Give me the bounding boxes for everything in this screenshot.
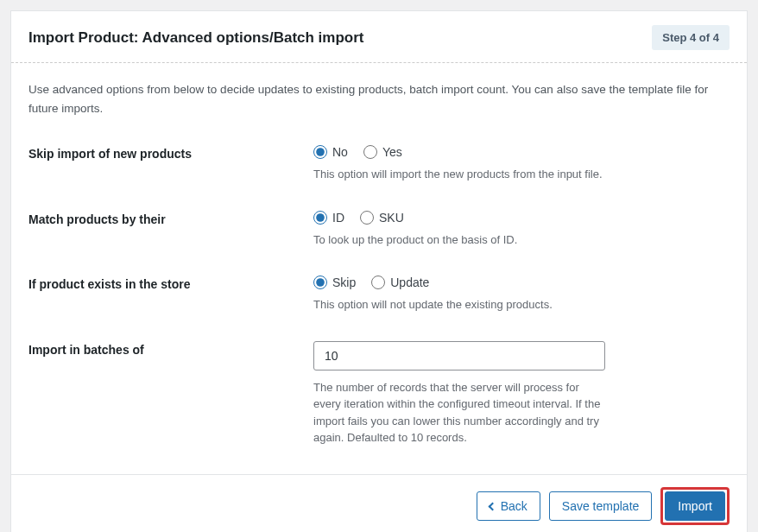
if-exists-control: Skip Update This option will not update … <box>313 276 730 314</box>
intro-text: Use advanced options from below to decid… <box>28 80 730 117</box>
skip-new-radio-yes[interactable]: Yes <box>363 145 402 159</box>
match-by-radio-id[interactable]: ID <box>313 211 344 225</box>
skip-new-radio-yes-input[interactable] <box>363 145 377 159</box>
save-template-button[interactable]: Save template <box>549 491 653 522</box>
field-batch: Import in batches of The number of recor… <box>28 341 730 446</box>
match-by-label: Match products by their <box>28 211 313 226</box>
skip-new-radio-group: No Yes <box>313 145 730 159</box>
batch-label: Import in batches of <box>28 341 313 357</box>
if-exists-radio-skip[interactable]: Skip <box>313 276 356 289</box>
if-exists-radio-update-input[interactable] <box>371 276 385 289</box>
match-by-radio-sku-input[interactable] <box>360 211 374 225</box>
batch-input[interactable] <box>313 341 605 370</box>
card-footer: Back Save template Import <box>11 474 747 532</box>
skip-new-radio-no[interactable]: No <box>313 145 348 159</box>
import-button-label: Import <box>678 499 712 514</box>
match-by-radio-id-label: ID <box>332 211 344 225</box>
field-if-exists: If product exists in the store Skip Upda… <box>28 276 730 314</box>
step-badge: Step 4 of 4 <box>652 25 730 50</box>
match-by-radio-group: ID SKU <box>313 211 730 225</box>
skip-new-label: Skip import of new products <box>28 145 313 161</box>
import-highlight: Import <box>660 487 730 526</box>
field-match-by: Match products by their ID SKU To look u… <box>28 211 730 249</box>
if-exists-radio-update-label: Update <box>390 276 429 289</box>
chevron-left-icon <box>488 502 496 510</box>
if-exists-radio-update[interactable]: Update <box>371 276 429 289</box>
match-by-radio-sku-label: SKU <box>379 211 404 225</box>
save-template-button-label: Save template <box>562 499 640 514</box>
import-wizard-card: Import Product: Advanced options/Batch i… <box>10 10 748 532</box>
card-body: Use advanced options from below to decid… <box>11 63 747 474</box>
if-exists-label: If product exists in the store <box>28 276 313 291</box>
match-by-radio-id-input[interactable] <box>313 211 327 225</box>
batch-help: The number of records that the server wi… <box>313 379 607 446</box>
back-button-label: Back <box>501 499 527 514</box>
if-exists-help: This option will not update the existing… <box>313 296 607 314</box>
if-exists-radio-group: Skip Update <box>313 276 730 289</box>
field-skip-new: Skip import of new products No Yes This … <box>28 145 730 183</box>
back-button[interactable]: Back <box>477 491 540 522</box>
import-button[interactable]: Import <box>665 491 725 522</box>
match-by-radio-sku[interactable]: SKU <box>360 211 404 225</box>
card-header: Import Product: Advanced options/Batch i… <box>11 11 747 63</box>
skip-new-radio-no-label: No <box>332 145 348 159</box>
if-exists-radio-skip-label: Skip <box>332 276 356 289</box>
match-by-help: To look up the product on the basis of I… <box>313 231 607 249</box>
skip-new-help: This option will import the new products… <box>313 166 607 183</box>
if-exists-radio-skip-input[interactable] <box>313 276 327 289</box>
skip-new-radio-yes-label: Yes <box>382 145 402 159</box>
skip-new-control: No Yes This option will import the new p… <box>313 145 730 183</box>
skip-new-radio-no-input[interactable] <box>313 145 327 159</box>
batch-control: The number of records that the server wi… <box>313 341 730 446</box>
page-title: Import Product: Advanced options/Batch i… <box>28 29 364 47</box>
match-by-control: ID SKU To look up the product on the bas… <box>313 211 730 249</box>
